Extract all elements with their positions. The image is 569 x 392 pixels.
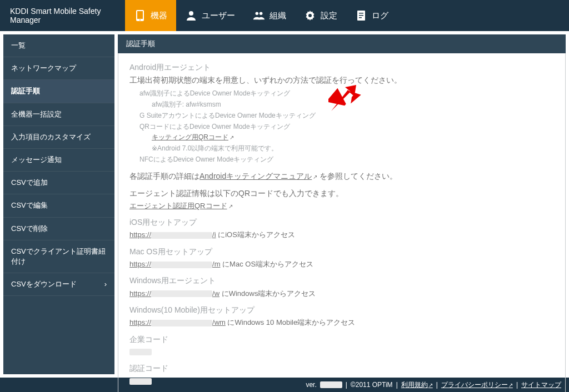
svg-rect-1 <box>137 11 143 19</box>
nav-settings-label: 設定 <box>321 11 337 21</box>
sidebar-item-bulk[interactable]: 全機器一括設定 <box>3 103 114 126</box>
ios-url[interactable]: https:///i <box>129 230 216 239</box>
win10m-row: https:///wm にWindows 10 Mobile端末からアクセス <box>129 316 554 328</box>
sidebar-item-csv-delete[interactable]: CSVで削除 <box>3 218 114 240</box>
svg-point-4 <box>256 12 259 15</box>
panel-body: Android用エージェント 工場出荷初期状態の端末を用意し、いずれかの方法で認… <box>118 53 566 392</box>
device-icon <box>134 9 146 22</box>
win10m-url[interactable]: https:///wm <box>129 318 226 326</box>
kitting-qr-link[interactable]: キッティング用QRコード <box>152 133 234 141</box>
nav-orgs-label: 組織 <box>269 11 286 21</box>
afw-id: afw識別子: afw#ksmsm <box>152 99 554 110</box>
win-row: https:///w にWindows端末からアクセス <box>129 288 554 299</box>
qr-line: QRコードによるDevice Owner Modeキッティング <box>139 122 554 133</box>
group-icon <box>253 9 265 22</box>
android-heading: Android用エージェント <box>129 61 554 74</box>
svg-point-5 <box>259 12 263 15</box>
auth-code-label: 認証コード <box>129 362 554 375</box>
svg-point-3 <box>189 11 193 16</box>
gear-icon <box>304 9 316 22</box>
nav-logs[interactable]: ログ <box>346 0 397 31</box>
main-area: 一覧 ネットワークマップ 認証手順 全機器一括設定 入力項目のカスタマイズ メッ… <box>0 31 569 378</box>
ios-heading: iOS用セットアップ <box>129 216 554 229</box>
mac-url[interactable]: https:///m <box>129 260 220 268</box>
user-icon <box>185 9 197 22</box>
nav-devices-label: 機器 <box>151 11 167 21</box>
sidebar-item-csv-download[interactable]: CSVをダウンロード › <box>3 273 114 296</box>
sidebar-item-customize[interactable]: 入力項目のカスタマイズ <box>3 126 114 149</box>
gsuite-line: G SuiteアカウントによるDevice Owner Modeキッティング <box>139 110 554 122</box>
win-heading: Windows用エージェント <box>129 274 554 287</box>
log-icon <box>355 9 367 22</box>
android-desc: 工場出荷初期状態の端末を用意し、いずれかの方法で認証を行ってください。 <box>129 74 554 87</box>
svg-point-6 <box>308 14 312 17</box>
svg-rect-10 <box>359 17 362 18</box>
agent-info-line: エージェント認証情報は以下のQRコードでも入力できます。 <box>129 187 554 200</box>
chevron-right-icon: › <box>104 279 107 289</box>
summary-line: 各認証手順の詳細はAndroidキッティングマニュアル を参照してください。 <box>129 170 554 183</box>
auth-code-value <box>129 378 152 385</box>
win-url[interactable]: https:///w <box>129 289 219 298</box>
svg-point-2 <box>139 19 141 21</box>
sidebar-item-csv-edit[interactable]: CSVで編集 <box>3 194 114 217</box>
nav-logs-label: ログ <box>372 11 388 21</box>
company-code-value <box>129 349 152 355</box>
afw-line: afw識別子によるDevice Owner Modeキッティング <box>139 88 554 99</box>
sidebar-item-csv-cert[interactable]: CSVでクライアント証明書紐付け <box>3 240 114 273</box>
sidebar-item-message[interactable]: メッセージ通知 <box>3 149 114 172</box>
sidebar-item-auth[interactable]: 認証手順 <box>3 80 114 103</box>
mac-heading: Mac OS用セットアップ <box>129 245 554 258</box>
mac-row: https:///m にMac OS端末からアクセス <box>129 258 554 270</box>
kitting-manual-link[interactable]: Androidキッティングマニュアル <box>199 172 317 180</box>
win10m-heading: Windows(10 Mobile)用セットアップ <box>129 304 554 316</box>
nav-orgs[interactable]: 組織 <box>244 0 295 31</box>
panel-title: 認証手順 <box>118 34 566 53</box>
top-header: KDDI Smart Mobile Safety Manager 機器 ユーザー… <box>0 0 569 31</box>
company-code-label: 企業コード <box>129 333 554 346</box>
content-panel: 認証手順 Android用エージェント 工場出荷初期状態の端末を用意し、いずれか… <box>118 34 566 374</box>
svg-rect-8 <box>359 13 363 14</box>
sidebar: 一覧 ネットワークマップ 認証手順 全機器一括設定 入力項目のカスタマイズ メッ… <box>3 34 114 374</box>
nav-users[interactable]: ユーザー <box>176 0 244 31</box>
svg-rect-9 <box>359 15 363 16</box>
top-nav: 機器 ユーザー 組織 設定 ログ <box>125 0 397 31</box>
sidebar-item-network[interactable]: ネットワークマップ <box>3 57 114 80</box>
product-name: KDDI Smart Mobile Safety Manager <box>0 0 125 31</box>
ios-row: https:///i にiOS端末からアクセス <box>129 229 554 240</box>
agent-qr-link[interactable]: エージェント認証用QRコード <box>129 202 233 210</box>
nav-users-label: ユーザー <box>202 11 235 21</box>
nav-devices[interactable]: 機器 <box>125 0 176 31</box>
sidebar-item-csv-add[interactable]: CSVで追加 <box>3 172 114 194</box>
sidebar-item-list[interactable]: 一覧 <box>3 34 114 57</box>
nav-settings[interactable]: 設定 <box>295 0 346 31</box>
nfc-line: NFCによるDevice Owner Modeキッティング <box>139 154 554 165</box>
qr-note: ※Android 7.0以降の端末で利用可能です。 <box>152 143 554 154</box>
